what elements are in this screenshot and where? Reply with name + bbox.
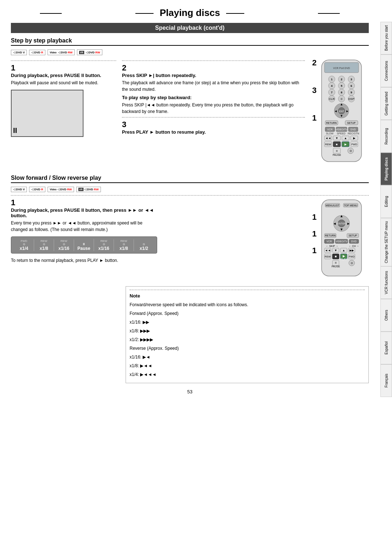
step1-instruction-bold: During playback, press PAUSE II button. [11, 73, 116, 78]
svg-text:FWD: FWD [349, 255, 355, 258]
svg-text:8: 8 [341, 91, 343, 94]
step2-instruction-bold: Press SKIP ►| button repeatedly. [122, 73, 305, 78]
tab-playing-discs[interactable]: Playing discs [380, 153, 392, 185]
svg-text:►: ► [346, 109, 349, 113]
speed-x1-16a: REW ⊙ x1/16 [54, 239, 74, 251]
note-dotted-sep [130, 289, 365, 290]
remote-svg: VCR Port DVD 1 2 3 4 5 6 [318, 58, 365, 167]
svg-text:7: 7 [331, 91, 333, 94]
svg-text:PLAY: PLAY [341, 258, 347, 260]
svg-text:DVD: DVD [351, 128, 356, 131]
slow-step1-number: 1 [11, 198, 157, 207]
svg-text:II: II [336, 149, 338, 153]
svg-text:◄: ◄ [333, 222, 336, 226]
slow-marker-1a: 1 [312, 212, 317, 222]
tab-before-you-start[interactable]: Before you start [380, 22, 392, 54]
center-column: 2 Press SKIP ►| button repeatedly. The p… [122, 58, 305, 168]
svg-text:REC/GTN: REC/GTN [348, 132, 359, 135]
svg-text:VCR Port DVD: VCR Port DVD [333, 67, 350, 69]
svg-text:▶: ▶ [344, 143, 347, 146]
disc-logos-row: ◁DVDV ◁DVDR Video◁DVDRW VR◁DVDRW [11, 49, 369, 55]
svg-text:►: ► [347, 222, 350, 226]
svg-text:9: 9 [351, 91, 352, 94]
slow-return-note: To return to the normal playback, press … [11, 257, 157, 264]
svg-text:SPEED: SPEED [337, 132, 346, 135]
slow-remote-svg: MENU/LIST TOP MENU ▲ ▼ ◄ ► ENTER [318, 198, 365, 278]
right-column: 2 3 1 VCR Port DVD 1 [311, 58, 369, 168]
tab-recording[interactable]: Recording [380, 120, 392, 153]
tab-getting-started[interactable]: Getting started [380, 87, 392, 120]
svg-text:◄: ◄ [334, 109, 338, 113]
svg-text:ENT: ENT [339, 110, 344, 113]
svg-text:▼: ▼ [340, 227, 343, 231]
svg-text:0: 0 [341, 97, 343, 101]
slow-markers: 1 1 1 [311, 198, 317, 255]
svg-text:PAUSE: PAUSE [333, 154, 342, 156]
remote-illustration: VCR Port DVD 1 2 3 4 5 6 [318, 58, 369, 168]
svg-text:MENU/LIST: MENU/LIST [326, 204, 340, 207]
svg-text:⊙: ⊙ [351, 262, 353, 265]
note-forward-x12: x1/2: ▶▶▶▶ [130, 336, 365, 343]
left-column: 1 During playback, press PAUSE II button… [11, 58, 116, 168]
tab-change-setup[interactable]: Change the SETUP menu [380, 218, 392, 266]
svg-text:SETUP: SETUP [347, 122, 356, 124]
svg-text:← CH →: ← CH → [349, 245, 359, 247]
step-back-instruction: Press SKIP |◄◄ button repeatedly. Every … [122, 102, 305, 115]
step-by-step-title: Step by step playback [11, 37, 369, 46]
dotted-sep-3 [122, 117, 305, 118]
svg-text:RETURN: RETURN [325, 234, 336, 237]
speed-x1-16b: REW ⊙ x1/16 [94, 239, 114, 251]
slow-disc-vr-dvdrw: VR◁DVDRW [76, 187, 101, 192]
step2-number: 2 [122, 63, 305, 73]
disc-logo-dvdv: ◁DVDV [11, 50, 27, 55]
svg-text:▲: ▲ [340, 102, 343, 106]
note-forward-x18: x1/8: ▶▶▶ [130, 328, 365, 334]
svg-text:▼: ▼ [340, 114, 343, 118]
tab-francais[interactable]: Français [380, 364, 392, 397]
slow-dotted [11, 195, 369, 196]
tab-connections[interactable]: Connections [380, 54, 392, 87]
speed-x1-2: ⊙ x1/2 [134, 239, 154, 251]
tab-strip: Before you start Connections Getting sta… [380, 22, 392, 397]
speed-x1-4: FWD ⊙ x1/4 [14, 239, 34, 251]
marker-1: 1 [312, 113, 317, 123]
pause-icon: II [13, 126, 17, 135]
step-markers: 2 3 1 [311, 58, 317, 168]
speed-pause: II Pause [74, 239, 94, 251]
section-header: Special playback (cont'd) [11, 23, 369, 33]
svg-text:◄◄: ◄◄ [325, 249, 331, 252]
slow-disc-dvdv: ◁DVDV [11, 187, 27, 192]
note-forward-x116: x1/16: ▶▶ [130, 319, 365, 325]
svg-text:VCR: VCR [327, 128, 333, 131]
slow-remote-illustration: MENU/LIST TOP MENU ▲ ▼ ◄ ► ENTER [318, 198, 365, 279]
slow-step1-bold: During playback, press PAUSE II button, … [11, 207, 157, 218]
disc-logo-video-dvdrw: Video◁DVDRW [48, 49, 75, 55]
slow-disc-dvdr: ◁DVDR [29, 187, 45, 192]
svg-text:▲: ▲ [340, 214, 343, 218]
step2-instruction-normal: The playback will advance one frame (or … [122, 80, 305, 93]
slow-disc-video-dvdrw: Video◁DVDRW [48, 187, 74, 192]
slow-section: Slow forward / Slow reverse play ◁DVDV ◁… [11, 175, 369, 383]
svg-text:▶: ▶ [353, 137, 356, 140]
svg-text:ENTER: ENTER [337, 222, 346, 225]
slow-remote-wrapper: 1 1 1 MENU/LIST TOP MENU [311, 198, 369, 279]
remote-wrapper: 2 3 1 VCR Port DVD 1 [311, 58, 369, 168]
tab-others[interactable]: Others [380, 299, 392, 332]
svg-text:▼: ▼ [335, 137, 338, 140]
step1-number: 1 [11, 63, 116, 73]
svg-text:5: 5 [341, 84, 343, 88]
main-content: Playing discs Special playback (cont'd) … [0, 0, 380, 402]
tab-vcr-functions[interactable]: VCR functions [380, 266, 392, 299]
tab-espanol[interactable]: Español [380, 332, 392, 364]
svg-text:VIDEO/TV: VIDEO/TV [336, 240, 348, 243]
tab-editing[interactable]: Editing [380, 185, 392, 218]
step1-instruction-normal: Playback will pause and sound will be mu… [11, 80, 116, 86]
svg-text:REW: REW [325, 143, 331, 146]
step-by-step-layout: 1 During playback, press PAUSE II button… [11, 58, 369, 168]
slow-center [163, 198, 305, 279]
note-title: Note [130, 292, 365, 300]
svg-text:DSP: DSP [348, 97, 354, 101]
svg-text:CLR: CLR [329, 97, 335, 101]
disc-logo-dvdr: ◁DVDR [29, 50, 45, 55]
note-reverse-x18: x1/8: ▶◄◄ [130, 362, 365, 369]
